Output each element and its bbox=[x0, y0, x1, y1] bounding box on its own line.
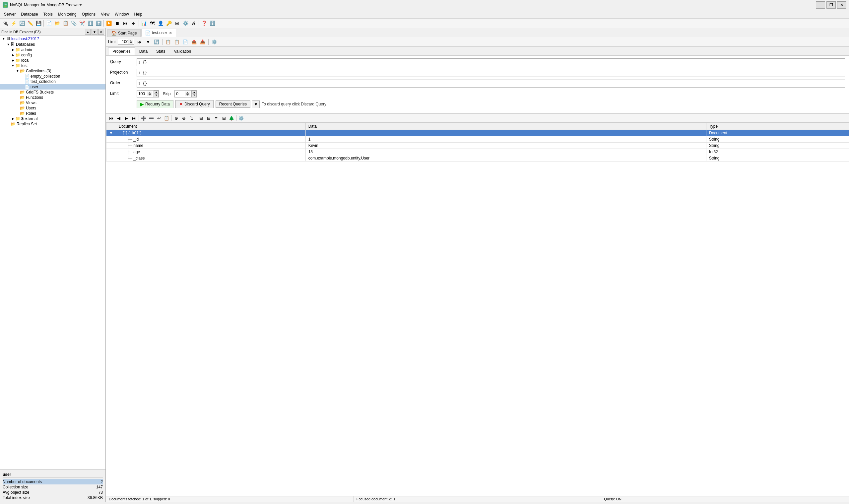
skip-down-btn[interactable]: ▼ bbox=[192, 94, 196, 97]
recent-queries-button[interactable]: Recent Queries bbox=[216, 101, 250, 108]
tree-item-local[interactable]: ▶ 📁 local bbox=[0, 58, 106, 63]
tree-item-user[interactable]: 📄 user bbox=[0, 84, 106, 90]
skip-value-input[interactable] bbox=[175, 91, 191, 97]
grid-next[interactable]: ▶ bbox=[123, 114, 130, 122]
tree-item-views[interactable]: 📂 Views bbox=[0, 100, 106, 105]
tb-help[interactable]: ❓ bbox=[200, 19, 208, 27]
grid-prev[interactable]: ◀ bbox=[115, 114, 122, 122]
tree-item-test[interactable]: ▼ 📁 test bbox=[0, 63, 106, 68]
tb-edit[interactable]: ✏️ bbox=[26, 19, 34, 27]
find-close-button[interactable]: ✕ bbox=[98, 29, 104, 35]
tb-open[interactable]: 📂 bbox=[53, 19, 61, 27]
expand-local[interactable]: ▶ bbox=[11, 59, 15, 62]
grid-settings[interactable]: ⚙️ bbox=[237, 114, 245, 122]
content-tab-stats[interactable]: Stats bbox=[152, 48, 169, 55]
tree-item-config[interactable]: ▶ 📁 config bbox=[0, 52, 106, 58]
tree-item-databases[interactable]: ▼ 🗄 Databases bbox=[0, 41, 106, 47]
qt-export2[interactable]: 📥 bbox=[199, 38, 206, 46]
grid-text-view[interactable]: ≡ bbox=[213, 114, 220, 122]
limit-value-input[interactable] bbox=[137, 91, 153, 97]
grid-first[interactable]: ⏮ bbox=[107, 114, 115, 122]
tb-about[interactable]: ℹ️ bbox=[208, 19, 216, 27]
grid-add-field[interactable]: ⊕ bbox=[173, 114, 180, 122]
qt-filter[interactable]: ▼ bbox=[144, 38, 151, 46]
skip-up-btn[interactable]: ▲ bbox=[192, 91, 196, 94]
qt-copy3[interactable]: 📄 bbox=[182, 38, 189, 46]
query-editor[interactable]: 1 {} bbox=[137, 58, 845, 66]
requery-button[interactable]: ▶ Requery Data bbox=[137, 100, 174, 108]
tb-save[interactable]: 💾 bbox=[35, 19, 42, 27]
tb-paste[interactable]: 📎 bbox=[70, 19, 78, 27]
grid-tree-view[interactable]: 🌲 bbox=[228, 114, 235, 122]
tb-grid[interactable]: ⊞ bbox=[173, 19, 181, 27]
find-down-button[interactable]: ▼ bbox=[92, 29, 97, 35]
tb-new[interactable]: 📄 bbox=[45, 19, 53, 27]
tb-connect[interactable]: 🔌 bbox=[1, 19, 9, 27]
discard-button[interactable]: ✕ Discard Query bbox=[176, 100, 214, 108]
tree-item-localhost[interactable]: ▼ 🖥 localhost:27017 bbox=[0, 36, 106, 41]
menu-window[interactable]: Window bbox=[112, 11, 132, 18]
qt-first[interactable]: ⏮ bbox=[136, 38, 143, 46]
tb-map[interactable]: 🗺 bbox=[148, 19, 156, 27]
tb-run[interactable]: ▶️ bbox=[105, 19, 113, 27]
tree-item-users[interactable]: 📂 Users bbox=[0, 105, 106, 111]
content-tab-properties[interactable]: Properties bbox=[108, 48, 135, 55]
grid-del-field[interactable]: ⊖ bbox=[180, 114, 187, 122]
row-expand-cell[interactable]: ▼ bbox=[106, 130, 116, 136]
tree-item-gridfs[interactable]: 📂 GridFS Buckets bbox=[0, 90, 106, 95]
tb-refresh[interactable]: 🔄 bbox=[18, 19, 26, 27]
tb-role[interactable]: 🔑 bbox=[165, 19, 173, 27]
expand-databases[interactable]: ▼ bbox=[6, 43, 11, 46]
tree-item-admin[interactable]: ▶ 📁 admin bbox=[0, 47, 106, 52]
grid-last[interactable]: ⏭ bbox=[130, 114, 138, 122]
tab-test-user[interactable]: 📄 test.user ✕ bbox=[141, 29, 176, 37]
tb-import[interactable]: ⬇️ bbox=[86, 19, 94, 27]
tree-item-replicaset[interactable]: 📂 Replica Set bbox=[0, 121, 106, 127]
tb-print[interactable]: 🖨 bbox=[190, 19, 198, 27]
content-tab-data[interactable]: Data bbox=[135, 48, 152, 55]
qt-export1[interactable]: 📤 bbox=[191, 38, 198, 46]
qt-copy2[interactable]: 📋 bbox=[173, 38, 180, 46]
menu-server[interactable]: Server bbox=[1, 11, 18, 18]
expand-external[interactable]: ▶ bbox=[11, 117, 15, 120]
expand-collections[interactable]: ▼ bbox=[15, 69, 20, 73]
expand-localhost[interactable]: ▼ bbox=[1, 37, 6, 40]
tree-item-roles[interactable]: 📂 Roles bbox=[0, 111, 106, 116]
maximize-button[interactable]: ❐ bbox=[827, 1, 836, 8]
expand-config[interactable]: ▶ bbox=[11, 53, 15, 57]
menu-view[interactable]: View bbox=[98, 11, 112, 18]
grid-sort[interactable]: ⇅ bbox=[188, 114, 195, 122]
tree-item-functions[interactable]: 📂 Functions bbox=[0, 95, 106, 100]
tree-item-external[interactable]: ▶ 📁 $external bbox=[0, 116, 106, 121]
limit-up-btn[interactable]: ▲ bbox=[154, 91, 159, 94]
limit-input[interactable] bbox=[118, 39, 134, 45]
table-row-id[interactable]: ├─ _id 1 String bbox=[106, 136, 849, 143]
tb-next[interactable]: ⏭ bbox=[130, 19, 138, 27]
expand-admin[interactable]: ▶ bbox=[11, 48, 15, 51]
tb-chart[interactable]: 📊 bbox=[140, 19, 148, 27]
tab-start-page[interactable]: 🏠 Start Page bbox=[107, 29, 141, 37]
menu-database[interactable]: Database bbox=[18, 11, 40, 18]
qt-refresh[interactable]: 🔄 bbox=[153, 38, 160, 46]
menu-tools[interactable]: Tools bbox=[41, 11, 55, 18]
tb-stop[interactable]: ⏹ bbox=[113, 19, 121, 27]
table-row-doc1[interactable]: ▼ − [1] (id="1") Document bbox=[106, 130, 849, 136]
limit-down-btn[interactable]: ▼ bbox=[154, 94, 159, 97]
menu-monitoring[interactable]: Monitoring bbox=[55, 11, 79, 18]
menu-help[interactable]: Help bbox=[132, 11, 145, 18]
close-button[interactable]: ✕ bbox=[837, 1, 846, 8]
menu-options[interactable]: Options bbox=[79, 11, 98, 18]
find-up-button[interactable]: ▲ bbox=[85, 29, 91, 35]
tb-export[interactable]: ⬆️ bbox=[94, 19, 103, 27]
tb-cut[interactable]: ✂️ bbox=[78, 19, 86, 27]
grid-table-view[interactable]: ⊞ bbox=[220, 114, 228, 122]
minimize-button[interactable]: — bbox=[816, 1, 825, 8]
grid-undo[interactable]: ↩ bbox=[155, 114, 163, 122]
tb-copy[interactable]: 📋 bbox=[61, 19, 69, 27]
projection-editor[interactable]: 1 {} bbox=[137, 69, 845, 77]
recent-queries-dropdown[interactable]: ▼ bbox=[252, 101, 260, 108]
tb-prev[interactable]: ⏮ bbox=[121, 19, 129, 27]
tb-settings[interactable]: ⚙️ bbox=[181, 19, 189, 27]
grid-collapse[interactable]: ⊟ bbox=[205, 114, 212, 122]
tb-disconnect[interactable]: ⚡ bbox=[10, 19, 18, 27]
